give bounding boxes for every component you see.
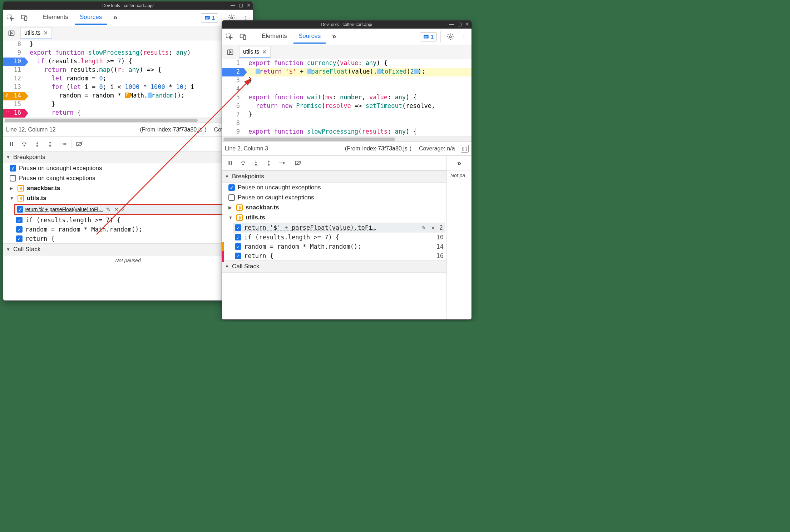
file-group-utils[interactable]: ▼utils.ts: [3, 193, 253, 203]
code-line[interactable]: }: [25, 100, 253, 109]
line-gutter[interactable]: 14: [3, 92, 25, 100]
code-line[interactable]: random = random * Math.random();: [25, 92, 253, 100]
line-gutter[interactable]: 10: [3, 58, 25, 66]
breakpoints-pane-header[interactable]: ▼Breakpoints: [3, 151, 253, 163]
line-gutter[interactable]: 3: [222, 76, 243, 85]
maximize-icon[interactable]: ▢: [239, 3, 243, 8]
code-line[interactable]: for (let i = 0; i < 1000 * 1000 * 10; i: [25, 83, 253, 92]
line-gutter[interactable]: 6: [222, 102, 243, 111]
code-line[interactable]: export function slowProcessing(results: …: [243, 128, 471, 136]
step-over-icon[interactable]: [237, 158, 249, 168]
pause-uncaught-row[interactable]: Pause on uncaught exceptions: [222, 183, 446, 193]
tab-more[interactable]: »: [108, 10, 122, 25]
step-into-icon[interactable]: [31, 139, 43, 149]
line-gutter[interactable]: 12: [3, 75, 25, 83]
close-window-icon[interactable]: ✕: [247, 3, 251, 8]
checkbox-icon[interactable]: [235, 243, 241, 250]
minimize-icon[interactable]: —: [449, 21, 454, 27]
breakpoint-row[interactable]: if (results.length >= 7) {10: [3, 215, 253, 225]
delete-icon[interactable]: ✕: [430, 224, 436, 231]
pause-icon[interactable]: [5, 139, 18, 149]
line-gutter[interactable]: 8: [222, 119, 243, 128]
edit-icon[interactable]: ✎: [420, 224, 427, 231]
line-gutter[interactable]: 4: [222, 85, 243, 94]
device-toggle-icon[interactable]: [237, 31, 249, 43]
file-group-snackbar[interactable]: ▶snackbar.ts: [222, 203, 446, 213]
more-panels-icon[interactable]: »: [446, 156, 471, 170]
code-line[interactable]: }: [243, 111, 471, 119]
code-line[interactable]: if (results.length >= 7) {: [25, 58, 253, 66]
line-gutter[interactable]: 9: [3, 49, 25, 58]
maximize-icon[interactable]: ▢: [458, 21, 462, 27]
tab-sources[interactable]: Sources: [75, 11, 107, 25]
code-line[interactable]: export function wait(ms: number, value: …: [243, 94, 471, 102]
close-icon[interactable]: ✕: [262, 49, 267, 55]
line-gutter[interactable]: 13: [3, 83, 25, 92]
checkbox-icon[interactable]: [17, 206, 23, 213]
pause-uncaught-row[interactable]: Pause on uncaught exceptions: [3, 163, 253, 173]
file-group-utils[interactable]: ▼utils.ts: [222, 213, 446, 223]
source-map-link[interactable]: index-73f73a80.js: [157, 126, 202, 133]
issues-badge[interactable]: 1: [201, 13, 218, 23]
breakpoint-row[interactable]: random = random * Math.random();14: [222, 242, 446, 251]
line-gutter[interactable]: 5: [222, 94, 243, 102]
code-line[interactable]: export function currency(value: any) {: [243, 59, 471, 68]
edit-icon[interactable]: ✎: [105, 207, 112, 212]
breakpoints-pane-header[interactable]: ▼Breakpoints: [222, 170, 446, 183]
deactivate-breakpoints-icon[interactable]: [292, 158, 305, 168]
breakpoint-row[interactable]: return {16: [222, 251, 446, 260]
step-out-icon[interactable]: [44, 139, 56, 149]
step-icon[interactable]: [57, 139, 69, 149]
issues-badge[interactable]: 1: [420, 32, 437, 41]
step-over-icon[interactable]: [18, 139, 30, 149]
tab-elements[interactable]: Elements: [257, 30, 292, 44]
checkbox-icon[interactable]: [228, 184, 235, 191]
code-line[interactable]: return new Promise(resolve => setTimeout…: [243, 102, 471, 111]
close-icon[interactable]: ✕: [43, 30, 48, 36]
gear-icon[interactable]: [444, 31, 456, 43]
breakpoint-row-selected[interactable]: return '$' + parseFloat(value).toFi… ✎ ✕…: [233, 223, 445, 233]
breakpoint-row-selected[interactable]: return '$' + parseFloat(value).toFi… ✎ ✕…: [14, 204, 248, 215]
toggle-navigator-icon[interactable]: [224, 46, 236, 58]
code-line[interactable]: }: [243, 76, 471, 85]
code-editor[interactable]: 1export function currency(value: any) {2…: [222, 59, 471, 136]
line-gutter[interactable]: 2: [222, 68, 243, 76]
tab-more[interactable]: »: [327, 29, 341, 44]
callstack-pane-header[interactable]: ▼Call Stack: [222, 260, 446, 273]
step-icon[interactable]: [276, 158, 288, 168]
line-gutter[interactable]: 11: [3, 66, 25, 75]
code-line[interactable]: return results.map((r: any) => {: [25, 66, 253, 75]
code-line[interactable]: let random = 0;: [25, 75, 253, 83]
code-line[interactable]: return '$' + parseFloat(value).toFixed(2…: [243, 68, 471, 76]
tab-elements[interactable]: Elements: [38, 11, 73, 25]
line-gutter[interactable]: 9: [222, 128, 243, 136]
code-line[interactable]: [243, 119, 471, 128]
file-tab-utils[interactable]: utils.ts ✕: [20, 27, 52, 39]
checkbox-icon[interactable]: [10, 165, 16, 171]
toggle-navigator-icon[interactable]: [5, 27, 18, 39]
step-into-icon[interactable]: [250, 158, 262, 168]
step-out-icon[interactable]: [263, 158, 275, 168]
kebab-icon[interactable]: ⋮: [458, 31, 470, 43]
inspect-icon[interactable]: [5, 12, 17, 24]
pause-caught-row[interactable]: Pause on caught exceptions: [3, 173, 253, 183]
line-gutter[interactable]: 16: [3, 109, 25, 118]
breakpoint-row[interactable]: random = random * Math.random();14: [3, 225, 253, 234]
horizontal-scrollbar[interactable]: [222, 136, 471, 141]
code-line[interactable]: }: [25, 40, 253, 49]
checkbox-icon[interactable]: [228, 194, 235, 201]
minimize-icon[interactable]: —: [231, 3, 235, 8]
callstack-pane-header[interactable]: ▼Call Stack: [3, 243, 253, 255]
line-gutter[interactable]: 1: [222, 59, 243, 68]
checkbox-icon[interactable]: [235, 253, 241, 259]
line-gutter[interactable]: 8: [3, 40, 25, 49]
checkbox-icon[interactable]: [235, 224, 241, 231]
file-group-snackbar[interactable]: ▶snackbar.ts: [3, 183, 253, 193]
code-editor[interactable]: 8}9export function slowProcessing(result…: [3, 40, 253, 118]
pause-caught-row[interactable]: Pause on caught exceptions: [222, 193, 446, 203]
deactivate-breakpoints-icon[interactable]: [74, 139, 86, 149]
code-line[interactable]: [243, 85, 471, 94]
source-map-link[interactable]: index-73f73a80.js: [362, 145, 408, 152]
line-gutter[interactable]: 7: [222, 111, 243, 119]
breakpoint-row[interactable]: if (results.length >= 7) {10: [222, 233, 446, 242]
